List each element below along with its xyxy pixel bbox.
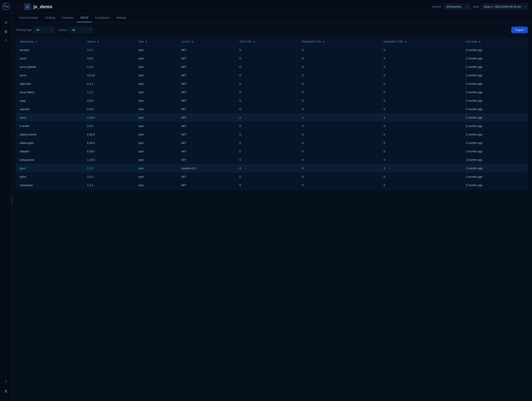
type-cell[interactable]: npm — [135, 113, 178, 122]
license-cell: MIT — [178, 122, 236, 130]
reachable-cves-cell: 0 — [299, 164, 380, 173]
version-cell: 2.0.4 — [84, 122, 135, 130]
col-exploitable-cves[interactable]: Exploitable CVEs — [380, 38, 462, 46]
svg-point-2 — [7, 6, 8, 7]
version-cell: 1.19.0 — [84, 156, 135, 164]
dependency-cell: asynckit — [16, 105, 84, 113]
license-cell: MIT — [178, 181, 236, 190]
col-type[interactable]: Type — [135, 38, 178, 46]
finding-type-select[interactable]: All Critical High Medium Low — [33, 27, 55, 33]
type-cell: npm — [135, 46, 178, 54]
table-row: acorn 4.0.13 npm MIT 0 0 0 2 months ago — [16, 71, 528, 80]
dependency-cell: acorn — [16, 54, 84, 63]
help-icon[interactable]: ? — [2, 378, 10, 386]
version-cell: 3.1.0 — [84, 173, 135, 181]
license-cell: MIT — [178, 139, 236, 147]
reachable-cves-cell: 2 — [299, 113, 380, 122]
exploitable-cves-cell: 0 — [380, 80, 462, 88]
version-cell: 1.1.1 — [84, 88, 135, 97]
exploitable-cves-cell: 0 — [380, 139, 462, 147]
back-button[interactable]: ← — [16, 4, 22, 10]
version-cell: 1.2.1 — [84, 181, 135, 190]
license-select[interactable]: All MIT Apache-2.0 ISC BSD — [69, 27, 93, 33]
content-area: Finding Type All Critical High Medium Lo… — [12, 22, 532, 401]
sidebar-bottom: ? — [2, 374, 10, 398]
type-cell: npm — [135, 156, 178, 164]
branch-select[interactable]: All branches main develop — [443, 4, 471, 10]
reachable-cves-cell: 0 — [299, 71, 380, 80]
tab-compliance[interactable]: Compliance — [92, 13, 113, 22]
version-cell: 3.3.0 — [84, 54, 135, 63]
reachable-cves-cell: 0 — [299, 46, 380, 54]
exploitable-cves-cell: 0 — [380, 130, 462, 139]
first-seen-cell: 2 months ago — [462, 181, 528, 190]
license-cell: Apache-2.0 — [178, 164, 236, 173]
license-cell: MIT — [178, 46, 236, 54]
sidebar: ⊞ ▦ ≡ ? — [0, 0, 12, 401]
type-cell: npm — [135, 97, 178, 105]
list-icon[interactable]: ≡ — [2, 36, 10, 44]
version-cell: 4.0.13 — [84, 71, 135, 80]
total-cves-cell: 0 — [236, 147, 298, 156]
tab-compare[interactable]: Compare — [59, 13, 77, 22]
reachable-cves-cell: 0 — [299, 88, 380, 97]
license-cell: MIT — [178, 63, 236, 71]
user-icon[interactable] — [2, 388, 10, 395]
first-seen-cell: 2 months ago — [462, 156, 528, 164]
tab-findings[interactable]: Findings — [42, 13, 59, 22]
exploitable-cves-cell: 0 — [380, 54, 462, 63]
tab-scan-summary[interactable]: Scan Summary — [16, 13, 42, 22]
col-license[interactable]: License — [178, 38, 236, 46]
exploitable-cves-cell: 0 — [380, 181, 462, 190]
table-row: babel-types 6.26.0 npm MIT 0 0 0 2 month… — [16, 139, 528, 147]
type-cell: npm — [135, 147, 178, 156]
total-cves-cell: 0 — [236, 173, 298, 181]
table-row: bson 1.1.1 npm Apache-2.0 4 0 1 2 months… — [16, 164, 528, 173]
type-cell: npm — [135, 139, 178, 147]
version-cell[interactable]: 0.19.0 — [84, 113, 135, 122]
table-row: acorn-globals 3.1.0 npm MIT 0 0 0 2 mont… — [16, 63, 528, 71]
app-logo[interactable] — [2, 3, 10, 10]
version-cell[interactable]: 1.1.1 — [84, 164, 135, 173]
type-cell: npm — [135, 88, 178, 97]
sbom-table: Dependency Version Type License — [16, 38, 528, 190]
exploitable-cves-cell: 0 — [380, 63, 462, 71]
sbom-table-container: Dependency Version Type License — [16, 37, 528, 190]
dependency-cell[interactable]: axios — [16, 113, 84, 122]
dependency-cell: body-parser — [16, 156, 84, 164]
sidebar-nav: ⊞ ▦ ≡ — [2, 19, 10, 374]
header-controls: Branch All branches main develop Scan Sc… — [432, 4, 528, 10]
license-cell: MIT — [178, 105, 236, 113]
total-cves-cell: 0 — [236, 46, 298, 54]
dependency-cell: babel-types — [16, 139, 84, 147]
sidebar-resize-handle[interactable] — [11, 196, 13, 205]
col-total-cves[interactable]: Total CVEs — [236, 38, 298, 46]
tab-sbom[interactable]: SBOM — [77, 13, 92, 22]
table-row: acorn 3.3.0 npm MIT 0 0 0 2 months ago — [16, 54, 528, 63]
bar-chart-icon[interactable]: ▦ — [2, 27, 10, 35]
dependency-cell: accepts — [16, 46, 84, 54]
total-cves-cell: 0 — [236, 181, 298, 190]
dependency-cell[interactable]: bson — [16, 164, 84, 173]
table-row: align-text 0.1.4 npm MIT 0 0 0 2 months … — [16, 80, 528, 88]
tab-settings[interactable]: Settings — [113, 13, 130, 22]
exploitable-cves-cell: 0 — [380, 105, 462, 113]
license-cell: MIT — [178, 173, 236, 181]
first-seen-cell: 2 months ago — [462, 88, 528, 97]
finding-type-label: Finding Type — [16, 28, 32, 31]
export-button[interactable]: Export — [511, 27, 528, 33]
col-version[interactable]: Version — [84, 38, 135, 46]
exploitable-cves-cell: 1 — [380, 164, 462, 173]
col-reachable-cves[interactable]: Reachable CVEs — [299, 38, 380, 46]
reachable-cves-cell: 0 — [299, 63, 380, 71]
version-cell: 0.1.4 — [84, 80, 135, 88]
version-cell: 6.26.0 — [84, 139, 135, 147]
col-dependency[interactable]: Dependency — [16, 38, 84, 46]
license-cell: MIT — [178, 97, 236, 105]
scan-select[interactable]: Scan 2 - 08/11/2023 09:10 am Scan 1 - 08… — [481, 4, 528, 10]
grid-icon[interactable]: ⊞ — [2, 19, 10, 26]
total-cves-cell: 0 — [236, 130, 298, 139]
type-cell[interactable]: npm — [135, 164, 178, 173]
col-first-seen[interactable]: First Seen — [462, 38, 528, 46]
type-cell: npm — [135, 54, 178, 63]
